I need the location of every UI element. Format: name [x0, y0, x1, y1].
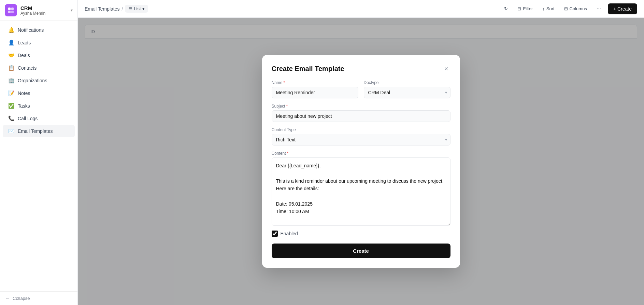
- deals-icon: 🤝: [8, 52, 14, 58]
- columns-label: Columns: [570, 6, 587, 11]
- content-field-group: Content * Dear {{Lead_name}}, This is a …: [272, 151, 450, 226]
- app-name: CRM: [20, 5, 67, 11]
- modal-create-button[interactable]: Create: [272, 244, 450, 258]
- name-label: Name *: [272, 80, 358, 85]
- contacts-icon: 📋: [8, 65, 14, 71]
- columns-button[interactable]: ⊞ Columns: [561, 4, 590, 13]
- content-textarea[interactable]: Dear {{Lead_name}}, This is a kind remin…: [272, 157, 450, 226]
- close-icon: ×: [444, 65, 448, 72]
- filter-label: Filter: [523, 6, 533, 11]
- doctype-select[interactable]: CRM Deal CRM Lead Contact: [364, 87, 450, 98]
- name-doctype-row: Name * Doctype CRM Deal CRM Lead: [272, 80, 450, 98]
- breadcrumb-view-selector[interactable]: ☰ List ▾: [125, 5, 148, 13]
- doctype-label: Doctype: [364, 80, 450, 85]
- content-area: ID Create Email Template × Name *: [78, 18, 644, 305]
- refresh-icon: ↻: [504, 6, 508, 11]
- sidebar-item-label: Call Logs: [18, 116, 38, 121]
- app-title-block: CRM Aysha Mehrin: [20, 5, 67, 16]
- leads-icon: 👤: [8, 40, 14, 46]
- notes-icon: 📝: [8, 90, 14, 96]
- breadcrumb: Email Templates / ☰ List ▾: [85, 5, 148, 13]
- filter-icon: ⊟: [517, 6, 521, 11]
- name-input[interactable]: [272, 87, 358, 98]
- sidebar-item-label: Notes: [18, 91, 30, 96]
- sidebar-item-label: Notifications: [18, 27, 44, 33]
- app-user: Aysha Mehrin: [20, 11, 67, 16]
- content-required: *: [287, 151, 289, 156]
- svg-rect-1: [11, 8, 14, 10]
- sidebar-footer: ← Collapse: [0, 291, 77, 305]
- filter-button[interactable]: ⊟ Filter: [515, 4, 535, 13]
- modal-close-button[interactable]: ×: [442, 65, 450, 73]
- svg-rect-0: [8, 8, 11, 10]
- bell-icon: 🔔: [8, 27, 14, 33]
- sidebar-chevron-icon[interactable]: ▾: [71, 8, 73, 13]
- content-type-select-wrapper: Rich Text Markdown HTML ▾: [272, 134, 450, 145]
- topbar-actions: ↻ ⊟ Filter ↕ Sort ⊞ Columns ⋯ + Create: [501, 3, 637, 14]
- email-templates-icon: ✉️: [8, 128, 14, 134]
- topbar: Email Templates / ☰ List ▾ ↻ ⊟ Filter ↕ …: [78, 0, 644, 18]
- sort-label: Sort: [546, 6, 555, 11]
- sidebar-header[interactable]: CRM Aysha Mehrin ▾: [0, 0, 77, 21]
- sidebar-item-label: Organizations: [18, 78, 47, 83]
- organizations-icon: 🏢: [8, 78, 14, 84]
- create-email-template-modal: Create Email Template × Name *: [262, 55, 460, 268]
- more-options-button[interactable]: ⋯: [594, 4, 604, 13]
- sidebar-item-label: Email Templates: [18, 128, 53, 134]
- name-field-group: Name *: [272, 80, 358, 98]
- subject-field-group: Subject *: [272, 104, 450, 122]
- doctype-field-group: Doctype CRM Deal CRM Lead Contact ▾: [364, 80, 450, 98]
- modal-overlay: Create Email Template × Name *: [78, 18, 644, 305]
- svg-rect-3: [11, 11, 14, 13]
- sidebar-item-label: Contacts: [18, 65, 37, 71]
- sidebar-item-contacts[interactable]: 📋 Contacts: [3, 62, 75, 74]
- subject-input[interactable]: [272, 110, 450, 122]
- refresh-button[interactable]: ↻: [501, 4, 511, 13]
- collapse-label: Collapse: [13, 296, 30, 301]
- content-type-field-group: Content Type Rich Text Markdown HTML ▾: [272, 127, 450, 145]
- call-logs-icon: 📞: [8, 115, 14, 122]
- breadcrumb-separator: /: [121, 6, 123, 12]
- sort-button[interactable]: ↕ Sort: [540, 4, 557, 13]
- sidebar-item-organizations[interactable]: 🏢 Organizations: [3, 74, 75, 87]
- breadcrumb-root[interactable]: Email Templates: [85, 6, 119, 12]
- sidebar-item-deals[interactable]: 🤝 Deals: [3, 49, 75, 61]
- app-logo: [5, 4, 17, 16]
- enabled-checkbox[interactable]: [272, 231, 278, 237]
- sidebar-item-tasks[interactable]: ✅ Tasks: [3, 100, 75, 112]
- sidebar-item-label: Deals: [18, 53, 30, 58]
- view-label: List: [134, 6, 141, 11]
- sidebar-item-leads[interactable]: 👤 Leads: [3, 37, 75, 49]
- collapse-icon: ←: [5, 296, 10, 301]
- create-label: + Create: [613, 6, 632, 12]
- sidebar-item-call-logs[interactable]: 📞 Call Logs: [3, 112, 75, 125]
- content-type-select[interactable]: Rich Text Markdown HTML: [272, 134, 450, 145]
- name-required: *: [284, 80, 285, 85]
- svg-rect-2: [8, 11, 11, 13]
- create-button[interactable]: + Create: [608, 3, 637, 14]
- sidebar: CRM Aysha Mehrin ▾ 🔔 Notifications 👤 Lea…: [0, 0, 78, 305]
- modal-title: Create Email Template: [272, 65, 344, 73]
- collapse-button[interactable]: ← Collapse: [5, 296, 72, 301]
- subject-required: *: [286, 104, 288, 109]
- modal-header: Create Email Template ×: [272, 65, 450, 73]
- sidebar-nav: 🔔 Notifications 👤 Leads 🤝 Deals 📋 Contac…: [0, 21, 77, 291]
- sidebar-item-label: Leads: [18, 40, 31, 45]
- main-area: Email Templates / ☰ List ▾ ↻ ⊟ Filter ↕ …: [78, 0, 644, 305]
- doctype-select-wrapper: CRM Deal CRM Lead Contact ▾: [364, 87, 450, 98]
- more-icon: ⋯: [597, 6, 601, 11]
- list-view-icon: ☰: [128, 6, 132, 11]
- enabled-checkbox-row: Enabled: [272, 231, 450, 237]
- subject-label: Subject *: [272, 104, 450, 109]
- tasks-icon: ✅: [8, 103, 14, 109]
- sidebar-item-notifications[interactable]: 🔔 Notifications: [3, 24, 75, 36]
- modal-create-label: Create: [353, 248, 369, 254]
- sidebar-item-label: Tasks: [18, 103, 30, 109]
- content-type-label: Content Type: [272, 127, 450, 132]
- enabled-label[interactable]: Enabled: [281, 231, 298, 236]
- sidebar-item-notes[interactable]: 📝 Notes: [3, 87, 75, 99]
- sort-icon: ↕: [542, 6, 545, 11]
- columns-icon: ⊞: [564, 6, 568, 11]
- sidebar-item-email-templates[interactable]: ✉️ Email Templates: [3, 125, 75, 137]
- view-chevron-icon: ▾: [142, 6, 145, 11]
